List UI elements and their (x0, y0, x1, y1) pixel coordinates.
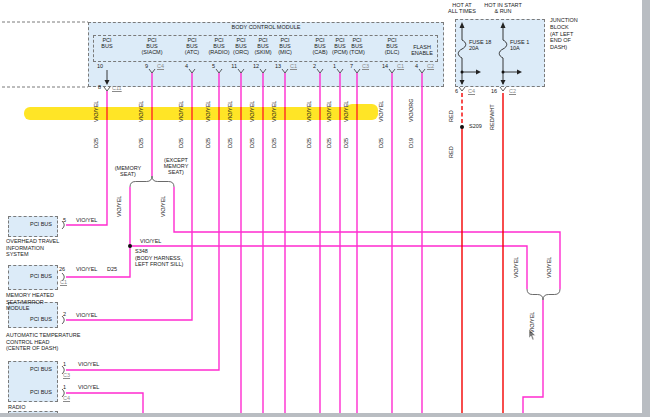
otis-pin: 5 (63, 217, 66, 223)
wire-s348-to-merge (130, 246, 527, 289)
circuit-label-8: D25 (326, 138, 332, 148)
circuit-label-11: D19 (408, 138, 414, 148)
junction-conn-left: C4 (468, 88, 475, 94)
atc-name: AUTOMATIC TEMPERATURE CONTROL HEAD (CENT… (6, 332, 80, 352)
radio-wire-label-2: VIO/YEL (78, 384, 99, 390)
bcm-pin-5: 12 (247, 63, 259, 69)
otis-name: OVERHEAD TRAVEL INFORMATION SYSTEM (6, 238, 59, 258)
s348-wire-label: VIO/YEL (140, 238, 161, 244)
radio-conn-1: C3 (63, 372, 70, 378)
window-edge-right (642, 0, 650, 417)
memory-seat-wire-label: VIO/YEL (76, 266, 97, 272)
circuit-label-7: D25 (306, 138, 312, 148)
wiring-diagram-page: { "bcm": { "title": "BODY CONTROL MODULE… (0, 0, 650, 417)
branch-right-wire-label: VIO/YEL (160, 196, 166, 217)
memory-seat-branch-label: (MEMORY SEAT) (106, 165, 150, 177)
bcm-pin-4: 11 (225, 63, 237, 69)
bcm-conn-10: C1 (397, 63, 404, 69)
bcm-bus-label-1: PCI BUS (SIACM) (138, 37, 166, 55)
split-brace (130, 176, 174, 187)
wire-branch-except-memory-seat (174, 187, 560, 289)
fuse-1-label: FUSE 1 10A (510, 39, 529, 51)
fuse-circuits (458, 26, 518, 84)
memory-seat-circuit-label: D25 (107, 266, 117, 272)
bcm-conn-6: C1 (290, 63, 297, 69)
bcm-sub-pin-number: 8 (91, 84, 101, 90)
memory-seat-name: MEMORY HEATED SEAT/MIRROR MODULE (6, 292, 54, 312)
atc-bus-label: PCI BUS (10, 316, 52, 322)
bcm-pin-11: 4 (406, 63, 418, 69)
splice-s209-label: S209 (469, 123, 482, 129)
circuit-label-4: D25 (227, 138, 233, 148)
junction-conn-right: C2 (509, 88, 516, 94)
circuit-label-3: D25 (205, 138, 211, 148)
branch-braces (130, 176, 560, 300)
junction-pin-right: 16 (485, 88, 497, 94)
bcm-pin-10: 14 (376, 63, 388, 69)
bcm-bus-label-0: PCI BUS (93, 37, 121, 49)
radio-bus-label-1: PCI BUS (10, 366, 52, 372)
radio-pin-2: 1 (63, 384, 66, 390)
junction-pin-left: 6 (446, 88, 458, 94)
splice-s348-dot (128, 244, 132, 248)
junction-block-label: JUNCTION BLOCK (AT LEFT END OF DASH) (550, 17, 578, 51)
otis-wire-label: VIO/YEL (76, 217, 97, 223)
circuit-label-2: D25 (178, 138, 184, 148)
bcm-pin-7: 2 (304, 63, 316, 69)
merge-left-wire-label: VIO/YEL (513, 257, 519, 278)
bcm-pin-6: 13 (269, 63, 281, 69)
wire-color-label-5: VIO/YEL (249, 101, 255, 122)
splice-s209-dot (460, 125, 464, 129)
wire-red-top-label: RED (448, 110, 454, 122)
bcm-conn-9: C3 (362, 63, 369, 69)
bcm-bus-label-9: PCI BUS (TCM) (343, 37, 371, 55)
bcm-sub-pin-conn: C11 (112, 85, 122, 91)
wire-color-label-8: VIO/YEL (326, 101, 332, 122)
wire-color-label-10: VIO/YEL (378, 101, 384, 122)
memory-seat-bus-label: PCI BUS (10, 273, 52, 279)
circuit-label-1: D25 (138, 138, 144, 148)
merged-wire-label: VIO/YEL (529, 312, 535, 333)
memory-seat-conn: C1 (60, 279, 67, 285)
atc-wire-label: VIO/YEL (76, 312, 97, 318)
circuit-label-6: D25 (271, 138, 277, 148)
bcm-pin-1: 9 (136, 63, 148, 69)
circuit-label-10: D25 (378, 138, 384, 148)
circuit-label-0: D25 (93, 138, 99, 148)
hot-in-start-run-label: HOT IN START & RUN (475, 2, 531, 14)
radio-pin-1: 1 (63, 361, 66, 367)
fuse-18-label: FUSE 18 20A (469, 39, 491, 51)
otis-bus-label: PCI BUS (10, 221, 52, 227)
fuse-1-symbol (499, 40, 507, 58)
circuit-label-9: D25 (343, 138, 349, 148)
bcm-bus-label-2: PCI BUS (ATC) (178, 37, 206, 55)
wire-color-label-1: VIO/YEL (138, 101, 144, 122)
radio-bus-label-2: PCI BUS (10, 389, 52, 395)
atc-pin: 2 (63, 311, 66, 317)
wire-radio-c4 (66, 393, 143, 413)
bcm-pin-9: 7 (341, 63, 353, 69)
bcm-edge-extensions (2, 22, 88, 87)
wire-red-bottom-label: RED (448, 146, 454, 158)
merge-brace (527, 289, 560, 300)
wire-color-label-11: VIO/ORG (408, 98, 414, 122)
bcm-pin-2: 4 (176, 63, 188, 69)
radio-name: RADIO (8, 404, 25, 410)
radio-wire-label-1: VIO/YEL (78, 361, 99, 367)
highlight-marker (24, 104, 378, 120)
merge-right-wire-label: VIO/YEL (546, 257, 552, 278)
splice-s348-label: S348 (BODY HARNESS, LEFT FRONT SILL) (135, 248, 183, 268)
bcm-title: BODY CONTROL MODULE (166, 24, 366, 30)
wire-color-label-4: VIO/YEL (227, 101, 233, 122)
bcm-pin-8: 1 (324, 63, 336, 69)
wire-color-label-9: VIO/YEL (343, 101, 349, 122)
bcm-bus-label-10: PCI BUS (DLC) (378, 37, 406, 55)
radio-conn-2: C4 (63, 395, 70, 401)
except-memory-seat-branch-label: (EXCEPT MEMORY SEAT) (154, 157, 198, 175)
wire-color-label-6: VIO/YEL (271, 101, 277, 122)
window-edge-bottom (0, 413, 650, 417)
wire-color-label-2: VIO/YEL (178, 101, 184, 122)
bcm-bus-label-6: PCI BUS (MIC) (271, 37, 299, 55)
wire-color-label-0: VIO/YEL (93, 101, 99, 122)
wire-memory-seat-module (66, 246, 130, 277)
